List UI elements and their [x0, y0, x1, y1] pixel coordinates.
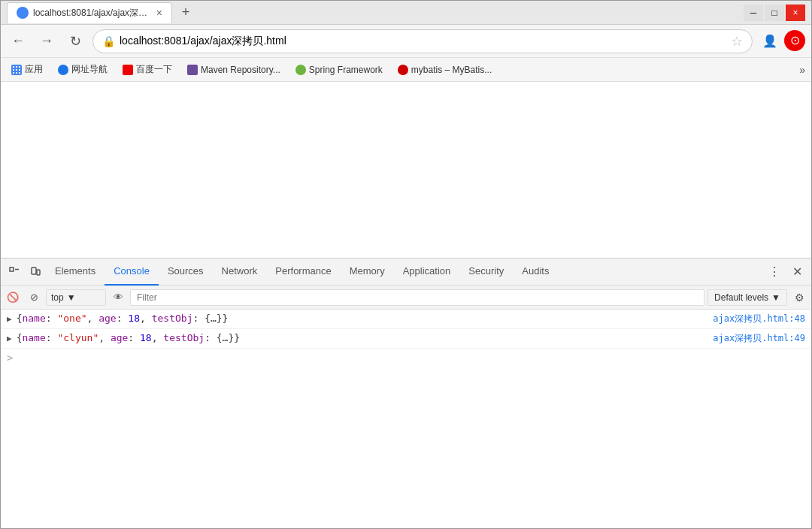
window-controls: ─ □ ×: [744, 5, 805, 21]
bookmark-baidu-label: 百度一下: [136, 63, 172, 76]
maven-icon: [187, 65, 198, 75]
titlebar: localhost:8081/ajax/ajax深拷贝.h... × + ─ □…: [1, 1, 811, 25]
baidu-icon: [123, 65, 133, 75]
page-content: [1, 82, 811, 258]
devtools-tab-bar: Elements Console Sources Network Perform…: [1, 258, 811, 286]
filter-toggle-button[interactable]: ⊘: [25, 289, 43, 307]
console-prompt[interactable]: >: [1, 349, 811, 367]
chrome-menu-button[interactable]: ⊙: [784, 30, 805, 51]
tab-network[interactable]: Network: [213, 258, 267, 286]
console-output[interactable]: ▶ {name: "one", age: 18, testObj: {…}} a…: [1, 310, 811, 528]
new-tab-button[interactable]: +: [175, 2, 196, 23]
clear-console-button[interactable]: 🚫: [4, 289, 22, 307]
console-text-2: {name: "clyun", age: 18, testObj: {…}}: [17, 332, 707, 343]
bookmarks-bar: 应用 网址导航 百度一下 Maven Repository... Spring …: [1, 58, 811, 82]
maximize-button[interactable]: □: [765, 5, 784, 21]
tab-area: localhost:8081/ajax/ajax深拷贝.h... × +: [7, 2, 744, 23]
active-tab[interactable]: localhost:8081/ajax/ajax深拷贝.h... ×: [7, 2, 172, 23]
browser-window: localhost:8081/ajax/ajax深拷贝.h... × + ─ □…: [0, 0, 812, 529]
svg-rect-3: [37, 270, 40, 275]
bookmark-maven[interactable]: Maven Repository...: [183, 63, 285, 77]
mybatis-icon: [398, 65, 408, 75]
address-bar[interactable]: 🔒 localhost:8081/ajax/ajax深拷贝.html ☆: [92, 29, 753, 53]
lock-icon: 🔒: [102, 35, 115, 47]
context-selector[interactable]: top ▼: [46, 289, 106, 306]
context-arrow: ▼: [67, 292, 76, 303]
tab-close-button[interactable]: ×: [156, 7, 162, 19]
default-levels-button[interactable]: Default levels ▼: [707, 289, 787, 306]
svg-rect-0: [10, 268, 14, 271]
bookmark-mybatis[interactable]: mybatis – MyBatis...: [393, 63, 496, 77]
context-value: top: [51, 292, 64, 303]
reload-button[interactable]: ↻: [64, 30, 86, 53]
console-settings-button[interactable]: ⚙: [790, 289, 808, 307]
levels-label: Default levels: [714, 292, 768, 303]
url-text: localhost:8081/ajax/ajax深拷贝.html: [120, 35, 726, 48]
expand-arrow-1[interactable]: ▶: [7, 314, 12, 324]
devtools-close-button[interactable]: ✕: [786, 261, 808, 282]
tab-performance[interactable]: Performance: [266, 258, 340, 286]
expand-arrow-2[interactable]: ▶: [7, 334, 12, 343]
prompt-symbol: >: [7, 352, 13, 364]
tab-memory[interactable]: Memory: [341, 258, 394, 286]
tab-favicon: [17, 7, 29, 19]
levels-arrow: ▼: [771, 292, 780, 303]
tab-sources[interactable]: Sources: [159, 258, 213, 286]
filter-input[interactable]: [130, 289, 704, 306]
apps-icon: [11, 65, 22, 75]
bookmarks-more-button[interactable]: »: [799, 64, 805, 76]
bookmark-spring-label: Spring Framework: [309, 65, 383, 75]
device-toolbar-button[interactable]: [25, 261, 46, 283]
console-toolbar: 🚫 ⊘ top ▼ 👁 Default levels ▼ ⚙: [1, 286, 811, 310]
console-text-1: {name: "one", age: 18, testObj: {…}}: [17, 313, 707, 324]
navbar: ← → ↻ 🔒 localhost:8081/ajax/ajax深拷贝.html…: [1, 25, 811, 58]
bookmark-mybatis-label: mybatis – MyBatis...: [411, 65, 492, 75]
bookmark-nav-label: 网址导航: [71, 63, 108, 76]
nav-icons: 👤 ⊙: [759, 30, 805, 53]
svg-rect-2: [32, 268, 36, 274]
tab-elements[interactable]: Elements: [46, 258, 105, 286]
account-button[interactable]: 👤: [759, 30, 781, 53]
inspect-element-button[interactable]: [4, 261, 25, 283]
devtools-more-button[interactable]: ⋮: [762, 261, 786, 282]
console-file-1[interactable]: ajax深拷贝.html:48: [713, 313, 805, 325]
bookmark-apps-label: 应用: [25, 63, 43, 76]
bookmark-maven-label: Maven Repository...: [201, 65, 280, 75]
bookmark-nav[interactable]: 网址导航: [53, 62, 112, 77]
console-file-2[interactable]: ajax深拷贝.html:49: [713, 332, 805, 345]
tab-audits[interactable]: Audits: [513, 258, 558, 286]
close-button[interactable]: ×: [786, 5, 805, 21]
globe-icon: [58, 65, 68, 75]
bookmark-apps[interactable]: 应用: [7, 62, 47, 77]
tab-console[interactable]: Console: [105, 258, 159, 286]
forward-button[interactable]: →: [35, 30, 58, 53]
bookmark-spring[interactable]: Spring Framework: [291, 63, 387, 77]
spring-icon: [295, 65, 306, 75]
console-line-1: ▶ {name: "one", age: 18, testObj: {…}} a…: [1, 310, 811, 329]
tab-security[interactable]: Security: [459, 258, 513, 286]
minimize-button[interactable]: ─: [744, 5, 763, 21]
back-button[interactable]: ←: [7, 30, 29, 53]
tab-title: localhost:8081/ajax/ajax深拷贝.h...: [33, 7, 152, 20]
tab-application[interactable]: Application: [394, 258, 460, 286]
console-line-2: ▶ {name: "clyun", age: 18, testObj: {…}}…: [1, 329, 811, 349]
eye-button[interactable]: 👁: [109, 289, 127, 307]
devtools-panel: Elements Console Sources Network Perform…: [1, 258, 811, 528]
bookmark-star-button[interactable]: ☆: [731, 33, 743, 50]
bookmark-baidu[interactable]: 百度一下: [118, 62, 177, 77]
